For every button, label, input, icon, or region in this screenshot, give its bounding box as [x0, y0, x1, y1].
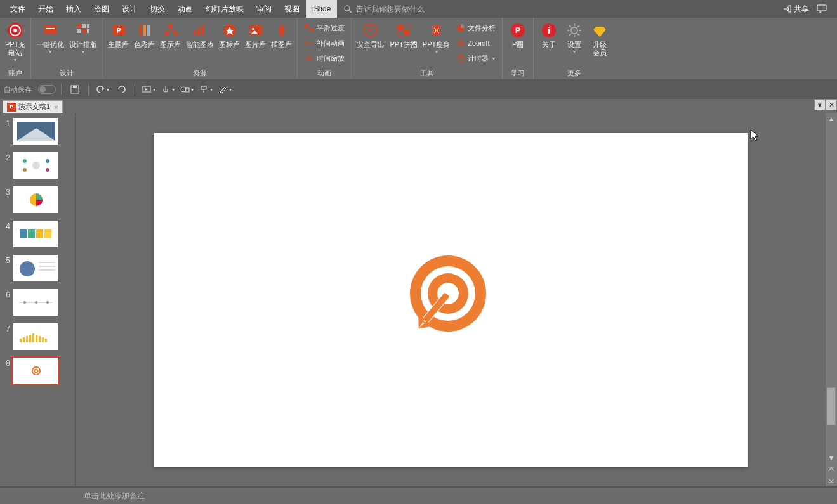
menu-draw[interactable]: 绘图 — [88, 0, 115, 18]
time-scale-button[interactable]: 时间缩放 — [304, 52, 345, 65]
svg-line-58 — [577, 34, 579, 36]
diagram-lib-button[interactable]: 图示库 — [157, 19, 183, 67]
search-placeholder: 告诉我你想要做什么 — [356, 4, 425, 15]
format-button[interactable]: ▾ — [197, 82, 214, 96]
prev-slide-button[interactable] — [826, 463, 837, 475]
svg-rect-97 — [32, 333, 34, 342]
ppt-slim-button[interactable]: PPT瘦身▾ — [420, 19, 452, 67]
info-icon: i — [540, 22, 558, 39]
onekey-optimize-button[interactable]: 一键优化 ▾ — [34, 19, 67, 67]
svg-rect-38 — [397, 30, 404, 36]
svg-point-72 — [46, 159, 49, 163]
menu-view[interactable]: 视图 — [278, 0, 306, 18]
close-tab-button[interactable]: × — [54, 103, 58, 111]
zoom-icon — [456, 39, 465, 48]
from-beginning-button[interactable]: ▾ — [140, 82, 157, 96]
menu-animation[interactable]: 动画 — [171, 0, 199, 18]
menu-home[interactable]: 开始 — [32, 0, 60, 18]
target-shape[interactable] — [404, 252, 499, 347]
group-label-more: 更多 — [536, 67, 612, 79]
color-lib-button[interactable]: 色彩库 — [131, 19, 157, 67]
menu-insert[interactable]: 插入 — [60, 0, 88, 18]
notes-pane[interactable]: 单击此处添加备注 — [0, 486, 837, 504]
menu-file[interactable]: 文件 — [4, 0, 32, 18]
menu-design[interactable]: 设计 — [115, 0, 143, 18]
redo-button[interactable] — [113, 82, 129, 96]
image-lib-button[interactable]: 图片库 — [242, 19, 268, 67]
svg-rect-20 — [169, 24, 173, 27]
zoomit-label: ZoomIt — [468, 39, 489, 47]
svg-rect-22 — [173, 32, 177, 35]
theme-lib-button[interactable]: P主题库 — [105, 19, 131, 67]
menu-review[interactable]: 审阅 — [250, 0, 278, 18]
thumb-number: 1 — [4, 118, 13, 128]
scroll-track[interactable] — [826, 124, 837, 452]
diamond-icon — [591, 22, 609, 39]
smart-chart-button[interactable]: 智能图表 — [183, 19, 216, 67]
svg-point-28 — [252, 28, 254, 30]
design-layout-button[interactable]: 设计排版 ▾ — [67, 19, 100, 67]
slide-thumbnail[interactable] — [13, 255, 58, 281]
slide-thumbnail[interactable] — [13, 118, 58, 145]
search-icon — [343, 4, 352, 13]
menu-islide[interactable]: iSlide — [306, 0, 337, 18]
icon-lib-button[interactable]: 图标库 — [216, 19, 242, 67]
vertical-scrollbar[interactable]: ▲ ▼ — [826, 113, 837, 486]
timer-button[interactable]: 计时器▾ — [456, 52, 496, 65]
slide-canvas[interactable] — [154, 133, 748, 467]
ppt-station-button[interactable]: PPT充 电站 ▾ — [3, 19, 28, 67]
safe-export-button[interactable]: P安全导出 — [354, 19, 387, 67]
pcircle-button[interactable]: PP圈 — [505, 19, 531, 67]
illus-lib-button[interactable]: 插图库 — [268, 19, 294, 67]
tween-anim-button[interactable]: 补间动画 — [304, 37, 345, 49]
settings-label: 设置 — [567, 41, 581, 49]
save-button[interactable] — [67, 82, 83, 96]
comments-button[interactable] — [817, 4, 827, 13]
tab-dropdown-button[interactable]: ▾ — [814, 99, 826, 110]
svg-rect-96 — [29, 335, 31, 342]
scroll-up-button[interactable]: ▲ — [826, 113, 837, 124]
tab-close-button[interactable]: ✕ — [826, 99, 837, 110]
slide-thumbnail-selected[interactable] — [13, 358, 58, 384]
undo-button[interactable]: ▾ — [94, 82, 110, 96]
tween-icon — [304, 39, 314, 48]
smooth-transition-button[interactable]: 平滑过渡 — [304, 22, 345, 34]
autosave-toggle[interactable] — [38, 85, 56, 94]
slide-thumbnail[interactable] — [13, 289, 58, 316]
thumb-number: 7 — [4, 323, 13, 333]
share-button[interactable]: 共享 — [782, 4, 809, 15]
gear-icon — [565, 22, 583, 39]
ppt-puzzle-button[interactable]: PPT拼图 — [387, 19, 419, 67]
tell-me-search[interactable]: 告诉我你想要做什么 — [343, 4, 425, 15]
play-icon — [142, 85, 152, 94]
slide-thumbnail[interactable] — [13, 186, 58, 213]
next-slide-button[interactable] — [826, 475, 837, 486]
slide-thumbnail[interactable] — [13, 152, 58, 179]
svg-rect-10 — [82, 24, 86, 28]
scroll-down-button[interactable]: ▼ — [826, 452, 837, 463]
zoomit-button[interactable]: ZoomIt — [456, 37, 496, 49]
svg-text:i: i — [548, 25, 550, 36]
svg-rect-25 — [202, 25, 204, 36]
svg-point-90 — [35, 301, 37, 304]
shape-button[interactable]: ▾ — [178, 82, 195, 96]
about-button[interactable]: i关于 — [536, 19, 562, 67]
file-analysis-button[interactable]: 文件分析 — [456, 22, 496, 34]
settings-button[interactable]: 设置▾ — [562, 19, 587, 67]
upgrade-button[interactable]: 升级 会员 — [587, 19, 612, 67]
menu-transition[interactable]: 切换 — [143, 0, 171, 18]
scroll-thumb[interactable] — [827, 387, 836, 425]
svg-rect-94 — [23, 337, 25, 342]
slide-thumbnail[interactable] — [13, 221, 58, 247]
comment-icon — [817, 4, 827, 13]
timer-label: 计时器 — [468, 54, 489, 63]
timescale-label: 时间缩放 — [317, 54, 345, 63]
document-tab[interactable]: P 演示文稿1 × — [3, 100, 63, 113]
shield-icon: P — [362, 22, 379, 39]
menu-slideshow[interactable]: 幻灯片放映 — [199, 0, 250, 18]
touch-mode-button[interactable]: ▾ — [159, 82, 176, 96]
slide-thumbnail[interactable] — [13, 323, 58, 350]
pie-icon — [456, 23, 465, 32]
eyedropper-button[interactable]: ▾ — [216, 82, 233, 96]
slide-thumbnail-panel[interactable]: 1 2 3 4 5 6 7 8 — [0, 113, 76, 486]
